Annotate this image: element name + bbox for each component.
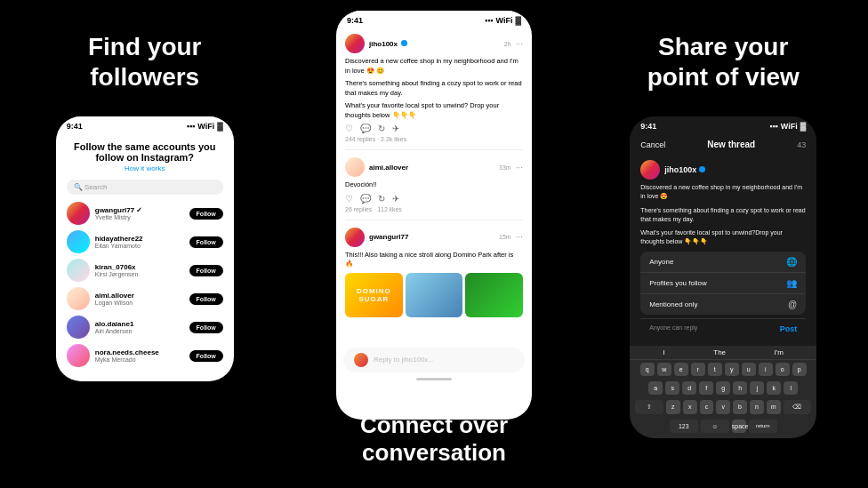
post-1-actions: ♡ 💬 ↻ ✈	[345, 124, 523, 133]
key-y[interactable]: y	[725, 363, 739, 376]
comment-icon-2[interactable]: 💬	[360, 194, 371, 204]
repost-icon-2[interactable]: ↻	[378, 194, 385, 204]
follow-button-5[interactable]: Follow	[189, 322, 223, 333]
post-3-username: gwangurl77	[369, 233, 494, 241]
quick-word-2[interactable]: The	[713, 348, 726, 356]
post-2: aimi.allover 33m ··· Devoción!! ♡ 💬 ↻ ✈ …	[345, 157, 523, 220]
domino-image: DOMINOSUGAR	[345, 273, 403, 317]
key-b[interactable]: b	[733, 400, 747, 414]
reply-option-mentioned[interactable]: Mentioned only @	[640, 294, 806, 315]
key-z[interactable]: z	[666, 400, 680, 414]
post-1-stats: 244 replies · 2.2k likes	[345, 136, 523, 142]
left-panel: Find your followers 9:41 ▪▪▪ WiFi ▓ Foll…	[0, 0, 290, 488]
avatar-gwangurl77	[67, 202, 90, 225]
post-1-time: 2h	[504, 41, 511, 47]
key-s[interactable]: s	[665, 381, 679, 395]
quick-word-3[interactable]: I'm	[775, 348, 784, 356]
key-k[interactable]: k	[767, 381, 781, 395]
post-3-time: 15m	[499, 234, 511, 240]
wifi-icon-mid: WiFi	[496, 16, 513, 25]
key-numbers[interactable]: 123	[670, 420, 698, 433]
key-i[interactable]: i	[759, 363, 773, 376]
keyboard: I The I'm q w e r t y u i o p a s d f	[630, 346, 816, 438]
left-phone-content: Follow the same accounts you follow on I…	[56, 132, 234, 381]
post-1-text3: What's your favorite local spot to unwin…	[345, 101, 523, 120]
post-1-text2: There's something about finding a cozy s…	[345, 79, 523, 98]
follow-button-4[interactable]: Follow	[189, 293, 223, 305]
key-v[interactable]: v	[716, 400, 730, 414]
key-r[interactable]: r	[691, 363, 705, 376]
key-return[interactable]: return	[749, 420, 777, 433]
key-t[interactable]: t	[708, 363, 722, 376]
reply-placeholder: Reply to jiho100x...	[374, 356, 434, 364]
right-phone: 9:41 ▪▪▪ WiFi ▓ Cancel New thread 43 jih…	[630, 116, 816, 438]
compose-text-1: Discovered a new coffee shop in my neigh…	[640, 183, 806, 201]
key-emoji[interactable]: ☺	[701, 420, 729, 433]
reply-input[interactable]: Reply to jiho100x...	[343, 348, 525, 372]
key-h[interactable]: h	[733, 381, 747, 395]
repost-icon-1[interactable]: ↻	[378, 124, 385, 133]
avatar-alo	[67, 316, 90, 339]
key-u[interactable]: u	[742, 363, 756, 376]
status-bar-mid: 9:41 ▪▪▪ WiFi ▓	[336, 11, 532, 27]
share-icon-1[interactable]: ✈	[392, 124, 399, 133]
key-f[interactable]: f	[699, 381, 713, 395]
reply-avatar	[354, 353, 368, 367]
key-e[interactable]: e	[674, 363, 688, 376]
key-w[interactable]: w	[657, 363, 671, 376]
signal-icon-mid: ▪▪▪	[485, 16, 494, 25]
keyboard-row-4: 123 ☺ space return	[630, 417, 816, 438]
verified-badge-compose	[699, 166, 705, 172]
left-headline: Find your followers	[88, 32, 202, 92]
compose-avatar	[640, 160, 660, 180]
key-o[interactable]: o	[776, 363, 790, 376]
key-j[interactable]: j	[750, 381, 764, 395]
sign-image	[465, 273, 523, 317]
follow-button-3[interactable]: Follow	[189, 265, 223, 276]
wifi-icon: WiFi	[197, 122, 214, 131]
key-g[interactable]: g	[716, 381, 730, 395]
heart-icon-1[interactable]: ♡	[345, 124, 353, 133]
key-c[interactable]: c	[700, 400, 714, 414]
more-options-2[interactable]: ···	[516, 163, 523, 172]
compose-text-3: What's your favorite local spot to unwin…	[640, 228, 806, 246]
follow-button-6[interactable]: Follow	[189, 350, 223, 362]
key-d[interactable]: d	[682, 381, 696, 395]
cancel-button[interactable]: Cancel	[640, 140, 665, 149]
how-it-works-link[interactable]: How it works	[67, 164, 223, 172]
follow-button-1[interactable]: Follow	[189, 208, 223, 220]
key-a[interactable]: a	[648, 381, 663, 395]
post-button[interactable]: Post	[780, 324, 798, 333]
keyboard-row-3: ⇧ z x c v b n m ⌫	[630, 397, 816, 417]
compose-toolbar: Cancel New thread 43	[630, 132, 816, 153]
key-space[interactable]: space	[732, 420, 746, 433]
more-options-3[interactable]: ···	[516, 232, 523, 242]
reply-option-anyone[interactable]: Anyone 🌐	[640, 252, 806, 273]
char-count: 43	[797, 140, 806, 149]
key-p[interactable]: p	[792, 363, 807, 376]
left-phone: 9:41 ▪▪▪ WiFi ▓ Follow the same accounts…	[56, 116, 234, 381]
post-2-text: Devoción!!	[345, 180, 523, 190]
key-backspace[interactable]: ⌫	[784, 400, 812, 414]
avatar-nora	[67, 344, 90, 367]
key-n[interactable]: n	[750, 400, 764, 414]
post-2-time: 33m	[499, 164, 511, 171]
quick-word-1[interactable]: I	[663, 348, 665, 356]
post-1-avatar	[345, 34, 365, 53]
more-options-1[interactable]: ···	[516, 39, 523, 49]
reply-option-following[interactable]: Profiles you follow 👥	[640, 273, 806, 294]
search-bar[interactable]: 🔍 Search	[67, 180, 223, 195]
status-bar-right: 9:41 ▪▪▪ WiFi ▓	[630, 116, 816, 132]
post-2-stats: 26 replies · 112 likes	[345, 206, 523, 212]
share-icon-2[interactable]: ✈	[392, 194, 399, 204]
key-m[interactable]: m	[767, 400, 781, 414]
key-x[interactable]: x	[683, 400, 697, 414]
comment-icon-1[interactable]: 💬	[360, 124, 371, 133]
key-shift[interactable]: ⇧	[635, 400, 663, 414]
key-l[interactable]: l	[784, 381, 798, 395]
heart-icon-2[interactable]: ♡	[345, 194, 353, 204]
middle-phone: 9:41 ▪▪▪ WiFi ▓ jiho100x 2h ··· Discover…	[336, 11, 532, 420]
key-q[interactable]: q	[640, 363, 655, 376]
follow-button-2[interactable]: Follow	[189, 236, 223, 248]
anyone-reply-bar: Anyone can reply Post	[640, 318, 806, 339]
